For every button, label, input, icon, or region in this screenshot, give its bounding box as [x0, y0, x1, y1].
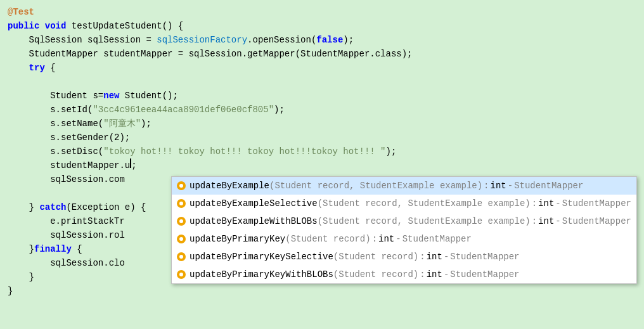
code-line-6	[0, 75, 644, 89]
method-return-4: int	[427, 250, 442, 264]
method-class-0: StudentMapper	[514, 179, 583, 193]
code-line-8: s.setId("3cc4c961eea44aca8901def06e0cf80…	[0, 103, 644, 117]
code-line-11: s.setDisc("tokoy hot!!! tokoy hot!!! tok…	[0, 145, 644, 158]
method-class-1: StudentMapper	[562, 197, 631, 210]
method-icon-0	[177, 181, 186, 190]
method-name-4: updateByPrimaryKeySelective	[190, 250, 333, 264]
autocomplete-item-0[interactable]: updateByExample (Student record, Student…	[172, 177, 636, 195]
method-return-0: int	[491, 179, 506, 193]
method-icon-3	[177, 235, 186, 243]
method-class-4: StudentMapper	[450, 250, 519, 264]
code-line-3: SqlSession sqlSession = sqlSessionFactor…	[0, 33, 644, 47]
code-line-9: s.setName("阿童木");	[0, 117, 644, 131]
method-icon-2	[177, 217, 186, 226]
method-return-3: int	[378, 232, 394, 246]
method-icon-1	[177, 199, 186, 208]
autocomplete-item-2[interactable]: updateByExampleWithBLOBs (Student record…	[172, 212, 636, 230]
method-return-2: int	[538, 214, 554, 228]
autocomplete-item-4[interactable]: updateByPrimaryKeySelective (Student rec…	[172, 248, 636, 266]
method-params-4: (Student record)	[333, 250, 418, 264]
code-line-21: }	[0, 284, 644, 298]
code-line-10: s.setGender(2);	[0, 131, 644, 145]
method-name-0: updateByExample	[190, 179, 269, 193]
method-name-5: updateByPrimaryKeyWithBLOBs	[190, 268, 333, 281]
method-return-1: int	[538, 197, 554, 210]
method-return-5: int	[427, 268, 442, 281]
method-class-3: StudentMapper	[402, 232, 472, 246]
code-line-12: studentMapper.u;	[0, 158, 644, 172]
autocomplete-item-1[interactable]: updateByExampleSelective (Student record…	[172, 195, 636, 212]
autocomplete-item-3[interactable]: updateByPrimaryKey (Student record) : in…	[172, 230, 636, 248]
method-name-3: updateByPrimaryKey	[190, 232, 285, 246]
method-icon-4	[177, 252, 186, 261]
code-line-5: try {	[0, 61, 644, 75]
autocomplete-dropdown[interactable]: updateByExample (Student record, Student…	[171, 176, 637, 284]
method-params-5: (Student record)	[333, 268, 418, 281]
method-params-0: (Student record, StudentExample example)	[269, 179, 482, 193]
method-class-5: StudentMapper	[450, 268, 519, 281]
method-params-2: (Student record, StudentExample example)	[318, 214, 531, 228]
method-class-2: StudentMapper	[562, 214, 631, 228]
method-name-2: updateByExampleWithBLOBs	[190, 214, 318, 228]
code-line-4: StudentMapper studentMapper = sqlSession…	[0, 47, 644, 61]
method-params-1: (Student record, StudentExample example)	[318, 197, 531, 210]
editor-area: @Test public void testUpdateStudent() { …	[0, 0, 644, 303]
code-line-1: @Test	[0, 5, 644, 19]
method-name-1: updateByExampleSelective	[190, 197, 318, 210]
method-params-3: (Student record)	[285, 232, 370, 246]
method-icon-5	[177, 270, 186, 279]
autocomplete-item-5[interactable]: updateByPrimaryKeyWithBLOBs (Student rec…	[172, 266, 636, 283]
code-line-2: public void testUpdateStudent() {	[0, 19, 644, 33]
code-line-7: Student s=new Student();	[0, 89, 644, 103]
annotation: @Test	[8, 5, 34, 19]
